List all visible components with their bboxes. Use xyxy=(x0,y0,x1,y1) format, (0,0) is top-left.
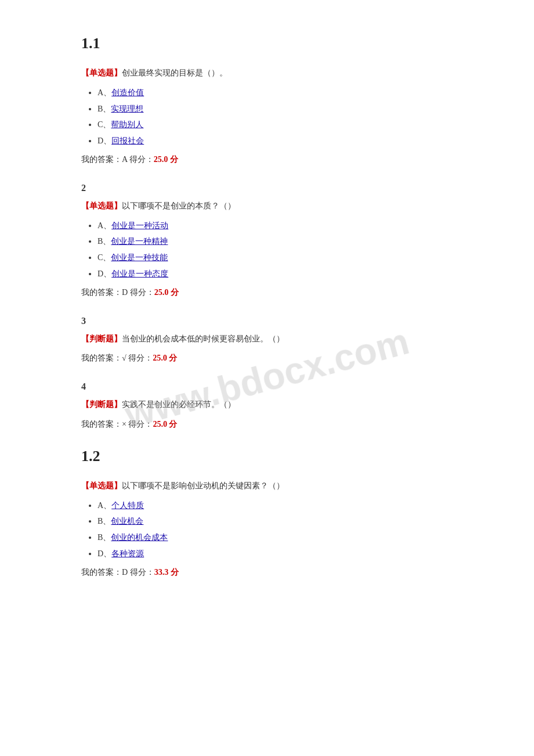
option-list: A、个人特质B、创业机会B、创业的机会成本D、各种资源 xyxy=(81,499,453,561)
option-item: C、帮助别人 xyxy=(98,118,453,132)
option-item: B、实现理想 xyxy=(98,102,453,116)
option-list: A、创造价值B、实现理想C、帮助别人D、回报社会 xyxy=(81,86,453,148)
my-answer: 我的答案：× 得分：25.0 分 xyxy=(81,417,453,431)
my-answer: 我的答案：D 得分：33.3 分 xyxy=(81,566,453,579)
section-heading-section-1-2: 1.2 xyxy=(81,448,453,465)
question-type-tag: 【判断题】 xyxy=(81,334,122,343)
option-label: C、 xyxy=(98,120,111,129)
option-label: A、 xyxy=(98,88,111,97)
answer-label: 我的答案：× 得分： xyxy=(81,420,153,429)
question-text: 【单选题】创业最终实现的目标是（）。 xyxy=(81,66,453,80)
option-text[interactable]: 各种资源 xyxy=(111,549,144,558)
question-body: 创业最终实现的目标是（）。 xyxy=(122,69,228,77)
option-label: D、 xyxy=(98,549,111,558)
question-text: 【判断题】当创业的机会成本低的时候更容易创业。（） xyxy=(81,332,453,346)
question-type-tag: 【单选题】 xyxy=(81,69,122,77)
option-label: D、 xyxy=(98,269,111,278)
question-block: 4【判断题】实践不是创业的必经环节。（）我的答案：× 得分：25.0 分 xyxy=(81,381,453,431)
answer-label: 我的答案：D 得分： xyxy=(81,288,154,297)
option-text[interactable]: 创业是一种精神 xyxy=(111,237,168,246)
option-label: A、 xyxy=(98,221,111,230)
answer-label: 我的答案：√ 得分： xyxy=(81,354,153,362)
option-item: A、创业是一种活动 xyxy=(98,219,453,233)
option-label: C、 xyxy=(98,253,111,262)
question-text: 【单选题】以下哪项不是创业的本质？（） xyxy=(81,199,453,213)
option-text[interactable]: 创业机会 xyxy=(111,517,143,525)
page-content: 1.1【单选题】创业最终实现的目标是（）。A、创造价值B、实现理想C、帮助别人D… xyxy=(81,35,453,579)
option-text[interactable]: 创业的机会成本 xyxy=(111,533,168,542)
answer-label: 我的答案：A 得分： xyxy=(81,155,154,164)
option-text[interactable]: 创业是一种态度 xyxy=(111,269,168,278)
option-label: B、 xyxy=(98,533,111,542)
score-value: 25.0 分 xyxy=(153,420,177,429)
option-text[interactable]: 帮助别人 xyxy=(111,120,143,129)
option-label: B、 xyxy=(98,517,111,525)
option-item: A、创造价值 xyxy=(98,86,453,100)
score-value: 25.0 分 xyxy=(153,354,177,362)
question-body: 以下哪项不是创业的本质？（） xyxy=(122,201,236,210)
option-list: A、创业是一种活动B、创业是一种精神C、创业是一种技能D、创业是一种态度 xyxy=(81,219,453,281)
option-item: C、创业是一种技能 xyxy=(98,251,453,265)
question-type-tag: 【判断题】 xyxy=(81,400,122,409)
option-item: D、各种资源 xyxy=(98,547,453,561)
my-answer: 我的答案：A 得分：25.0 分 xyxy=(81,153,453,167)
question-number: 3 xyxy=(81,316,453,326)
option-text[interactable]: 创造价值 xyxy=(111,88,144,97)
my-answer: 我的答案：D 得分：25.0 分 xyxy=(81,286,453,300)
option-text[interactable]: 创业是一种技能 xyxy=(111,253,168,262)
question-number: 4 xyxy=(81,381,453,392)
option-item: A、个人特质 xyxy=(98,499,453,513)
option-label: D、 xyxy=(98,136,111,145)
question-type-tag: 【单选题】 xyxy=(81,481,122,490)
option-item: D、回报社会 xyxy=(98,134,453,148)
option-text[interactable]: 回报社会 xyxy=(111,136,144,145)
my-answer: 我的答案：√ 得分：25.0 分 xyxy=(81,351,453,365)
question-text: 【判断题】实践不是创业的必经环节。（） xyxy=(81,398,453,412)
question-body: 以下哪项不是影响创业动机的关键因素？（） xyxy=(122,481,284,490)
question-block: 【单选题】创业最终实现的目标是（）。A、创造价值B、实现理想C、帮助别人D、回报… xyxy=(81,66,453,167)
question-text: 【单选题】以下哪项不是影响创业动机的关键因素？（） xyxy=(81,479,453,493)
option-label: B、 xyxy=(98,237,111,246)
option-text[interactable]: 创业是一种活动 xyxy=(111,221,168,230)
question-body: 当创业的机会成本低的时候更容易创业。（） xyxy=(122,334,284,343)
question-block: 【单选题】以下哪项不是影响创业动机的关键因素？（）A、个人特质B、创业机会B、创… xyxy=(81,479,453,579)
option-item: B、创业的机会成本 xyxy=(98,531,453,545)
question-block: 2【单选题】以下哪项不是创业的本质？（）A、创业是一种活动B、创业是一种精神C、… xyxy=(81,183,453,300)
answer-label: 我的答案：D 得分： xyxy=(81,568,154,577)
option-text[interactable]: 个人特质 xyxy=(111,501,144,510)
question-type-tag: 【单选题】 xyxy=(81,201,122,210)
option-item: B、创业是一种精神 xyxy=(98,235,453,249)
option-text[interactable]: 实现理想 xyxy=(111,105,143,113)
score-value: 25.0 分 xyxy=(154,288,179,297)
section-heading-section-1-1: 1.1 xyxy=(81,35,453,52)
option-item: B、创业机会 xyxy=(98,514,453,528)
score-value: 25.0 分 xyxy=(154,155,178,164)
question-number: 2 xyxy=(81,183,453,193)
question-block: 3【判断题】当创业的机会成本低的时候更容易创业。（）我的答案：√ 得分：25.0… xyxy=(81,316,453,366)
score-value: 33.3 分 xyxy=(154,568,179,577)
question-body: 实践不是创业的必经环节。（） xyxy=(122,400,236,409)
option-label: B、 xyxy=(98,105,111,113)
option-label: A、 xyxy=(98,501,111,510)
option-item: D、创业是一种态度 xyxy=(98,267,453,281)
